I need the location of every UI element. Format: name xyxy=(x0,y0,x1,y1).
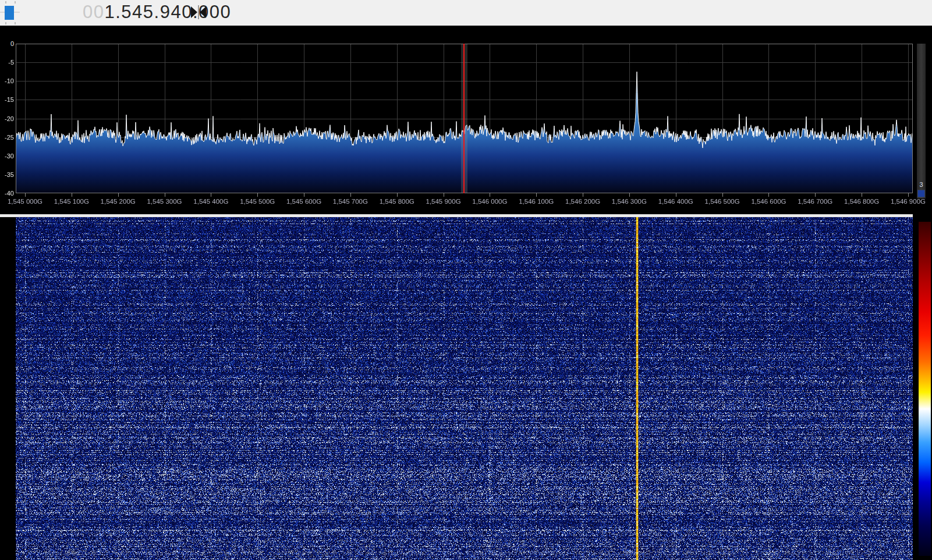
x-axis-tick-label: 1,545 700G xyxy=(333,198,368,205)
zoom-slider[interactable]: 3 xyxy=(917,44,926,199)
y-axis-tick-label: 0 xyxy=(0,40,14,47)
x-axis-tick xyxy=(490,193,490,197)
x-axis-tick-label: 1,545 300G xyxy=(147,198,182,205)
snap-left-triangle xyxy=(191,6,197,18)
spectrum-panel: 0-5-10-15-20-25-30-35-40 1,545 000G1,545… xyxy=(0,26,932,214)
x-axis-tick xyxy=(211,193,211,197)
x-axis-tick xyxy=(629,193,630,197)
x-axis-tick-label: 1,545 000G xyxy=(8,198,42,205)
x-axis-tick-label: 1,545 800G xyxy=(380,198,414,205)
tuned-frequency-line[interactable] xyxy=(463,44,465,193)
y-axis-tick-label: -20 xyxy=(0,115,14,122)
x-axis-tick xyxy=(862,193,862,197)
x-axis-tick xyxy=(583,193,583,197)
x-axis-tick-label: 1,546 800G xyxy=(844,198,879,205)
zoom-slider-value: 3 xyxy=(917,181,926,188)
volume-slider-thumb[interactable] xyxy=(5,6,14,20)
volume-slider[interactable] xyxy=(0,0,21,26)
x-axis-tick xyxy=(536,193,537,197)
x-axis-tick-label: 1,545 600G xyxy=(286,198,321,205)
x-axis-tick xyxy=(72,193,72,197)
frequency-display[interactable]: 001.545.940.000 xyxy=(83,2,231,23)
x-axis-tick-label: 1,545 100G xyxy=(54,198,89,205)
y-axis-tick-label: -10 xyxy=(0,77,14,84)
x-axis-tick-label: 1,545 500G xyxy=(240,198,275,205)
x-axis-tick xyxy=(257,193,258,197)
y-axis-tick-label: -5 xyxy=(0,59,14,66)
x-axis-tick xyxy=(768,193,769,197)
x-axis-tick-label: 1,545 900G xyxy=(426,198,460,205)
x-axis-tick xyxy=(118,193,119,197)
y-axis-tick-label: -30 xyxy=(0,153,14,160)
x-axis-tick xyxy=(397,193,398,197)
x-axis-tick xyxy=(722,193,723,197)
x-axis-tick-label: 1,546 200G xyxy=(565,198,600,205)
slider-tick xyxy=(15,1,16,3)
y-axis-tick-label: -15 xyxy=(0,96,14,103)
x-axis-tick-label: 1,545 200G xyxy=(101,198,136,205)
x-axis-tick-label: 1,546 400G xyxy=(658,198,693,205)
snap-center-icon[interactable] xyxy=(191,5,207,20)
y-axis-tick-label: -25 xyxy=(0,134,14,141)
frequency-toolbar: 001.545.940.000 xyxy=(0,0,932,26)
snap-right-triangle xyxy=(200,6,206,18)
x-axis-tick xyxy=(350,193,351,197)
zoom-slider-thumb[interactable] xyxy=(917,190,925,197)
frequency-value[interactable]: 1.545.940.000 xyxy=(104,2,231,22)
x-axis-tick-label: 1,546 100G xyxy=(519,198,554,205)
x-axis-tick-label: 1,545 400G xyxy=(193,198,228,205)
slider-tick xyxy=(5,22,6,24)
x-axis-tick-label: 1,546 700G xyxy=(798,198,832,205)
frequency-leading-zeros[interactable]: 00 xyxy=(83,2,104,22)
y-axis-tick-label: -35 xyxy=(0,171,14,178)
x-axis-tick xyxy=(815,193,816,197)
waterfall-display[interactable] xyxy=(16,217,913,560)
waterfall-panel xyxy=(0,217,932,560)
x-axis-tick xyxy=(908,193,909,197)
waterfall-colorbar xyxy=(919,222,931,556)
x-axis-tick xyxy=(165,193,165,197)
x-axis-tick xyxy=(304,193,304,197)
x-axis-tick-label: 1,546 600G xyxy=(751,198,786,205)
x-axis-tick-label: 1,546 000G xyxy=(472,198,507,205)
y-axis-tick-label: -40 xyxy=(0,190,14,197)
snap-center-bar xyxy=(198,5,199,19)
x-axis-tick xyxy=(444,193,444,197)
slider-tick xyxy=(15,22,16,24)
x-axis-tick-label: 1,546 500G xyxy=(705,198,740,205)
x-axis-tick xyxy=(676,193,676,197)
slider-tick xyxy=(5,1,6,3)
x-axis-tick xyxy=(25,193,26,197)
x-axis-tick-label: 1,546 300G xyxy=(612,198,647,205)
x-axis-tick-label: 1,546 900G xyxy=(891,198,926,205)
